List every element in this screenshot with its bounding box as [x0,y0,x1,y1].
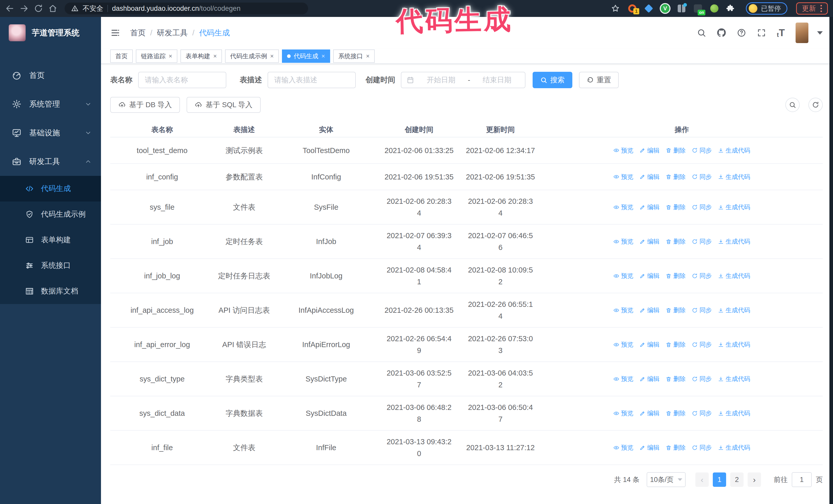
sync-action-link[interactable]: 同步 [692,238,712,245]
preview-action-link[interactable]: 预览 [613,410,633,416]
hamburger-icon[interactable] [110,28,120,38]
edit-action-link[interactable]: 编辑 [640,204,660,210]
extension-gem-icon[interactable] [644,4,653,13]
help-icon[interactable] [737,28,746,38]
start-date-input[interactable]: 开始日期 [418,75,464,85]
sidebar-item-devtools[interactable]: 研发工具 [0,147,101,176]
preview-action-link[interactable]: 预览 [613,341,633,347]
edit-action-link[interactable]: 编辑 [640,273,660,279]
end-date-input[interactable]: 结束日期 [474,75,520,85]
browser-reload-icon[interactable] [34,4,43,13]
refresh-button[interactable] [808,98,823,112]
edit-action-link[interactable]: 编辑 [640,307,660,313]
extension-switch-icon[interactable]: on [693,4,703,13]
tab-form-builder[interactable]: 表单构建× [181,49,222,63]
sync-action-link[interactable]: 同步 [692,147,712,153]
import-db-button[interactable]: 基于 DB 导入 [110,97,180,113]
extension-grid-icon[interactable] [677,4,686,13]
tab-close-icon[interactable]: × [169,53,172,59]
generate-action-link[interactable]: 生成代码 [718,445,750,451]
generate-action-link[interactable]: 生成代码 [718,174,750,180]
tab-close-icon[interactable]: × [213,53,217,59]
edit-action-link[interactable]: 编辑 [640,238,660,245]
generate-action-link[interactable]: 生成代码 [718,238,750,245]
browser-update-button[interactable]: 更新 [796,2,828,15]
sidebar-logo-row[interactable]: 芋道管理系统 [0,17,101,49]
sync-action-link[interactable]: 同步 [692,204,712,210]
preview-action-link[interactable]: 预览 [613,204,633,210]
generate-action-link[interactable]: 生成代码 [718,273,750,279]
page-button-1[interactable]: 1 [713,473,726,487]
tab-system-api[interactable]: 系统接口× [333,49,375,63]
github-icon[interactable] [717,28,726,38]
browser-back-icon[interactable] [5,4,14,13]
generate-action-link[interactable]: 生成代码 [718,147,750,153]
generate-action-link[interactable]: 生成代码 [718,204,750,210]
breadcrumb-item[interactable]: 首页 [130,28,146,38]
edit-action-link[interactable]: 编辑 [640,341,660,347]
sidebar-item-system[interactable]: 系统管理 [0,90,101,118]
extensions-puzzle-icon[interactable] [726,4,735,13]
delete-action-link[interactable]: 删除 [666,238,686,245]
import-sql-button[interactable]: 基于 SQL 导入 [187,97,261,113]
sidebar-item-home[interactable]: 首页 [0,61,101,90]
sidebar-subitem-codegen[interactable]: 代码生成 [0,176,101,201]
extension-frog-icon[interactable] [710,4,719,13]
search-button[interactable]: 搜索 [532,72,572,88]
preview-action-link[interactable]: 预览 [613,147,633,153]
generate-action-link[interactable]: 生成代码 [718,376,750,382]
edit-action-link[interactable]: 编辑 [640,445,660,451]
next-page-button[interactable]: › [748,473,761,487]
preview-action-link[interactable]: 预览 [613,238,633,245]
delete-action-link[interactable]: 删除 [666,445,686,451]
browser-menu-icon[interactable] [820,5,822,12]
preview-action-link[interactable]: 预览 [613,445,633,451]
sidebar-subitem-codegen-demo[interactable]: 代码生成示例 [0,201,101,227]
table-name-input[interactable]: 请输入表名称 [138,72,226,88]
delete-action-link[interactable]: 删除 [666,204,686,210]
sync-action-link[interactable]: 同步 [692,341,712,347]
tab-close-icon[interactable]: × [270,53,274,59]
goto-page-input[interactable]: 1 [792,472,812,487]
delete-action-link[interactable]: 删除 [666,147,686,153]
delete-action-link[interactable]: 删除 [666,273,686,279]
sync-action-link[interactable]: 同步 [692,376,712,382]
sync-action-link[interactable]: 同步 [692,174,712,180]
generate-action-link[interactable]: 生成代码 [718,410,750,416]
user-menu-caret-icon[interactable] [817,31,823,34]
reset-button[interactable]: 重置 [579,72,619,88]
search-icon[interactable] [697,28,706,38]
tab-home[interactable]: 首页 [110,49,133,63]
bookmark-star-icon[interactable] [611,4,620,13]
sync-action-link[interactable]: 同步 [692,445,712,451]
user-avatar[interactable] [795,23,808,43]
address-bar[interactable]: 不安全 dashboard.yudao.iocoder.cn/tool/code… [65,3,308,14]
breadcrumb-item[interactable]: 研发工具 [157,28,188,38]
preview-action-link[interactable]: 预览 [613,273,633,279]
tab-close-icon[interactable]: × [366,53,370,59]
fullscreen-icon[interactable] [757,28,766,38]
delete-action-link[interactable]: 删除 [666,376,686,382]
browser-forward-icon[interactable] [20,4,29,13]
table-desc-input[interactable]: 请输入表描述 [268,72,356,88]
preview-action-link[interactable]: 预览 [613,307,633,313]
page-size-select[interactable]: 10条/页 [647,472,686,487]
tab-codegen-demo[interactable]: 代码生成示例× [225,49,279,63]
fontsize-icon[interactable]: tT [777,27,785,39]
sidebar-subitem-system-api[interactable]: 系统接口 [0,253,101,279]
extension-v-icon[interactable]: V [660,4,670,13]
edit-action-link[interactable]: 编辑 [640,147,660,153]
tab-tracing[interactable]: 链路追踪× [136,49,177,63]
browser-home-icon[interactable] [48,4,57,13]
edit-action-link[interactable]: 编辑 [640,376,660,382]
extension-colorpicker-icon[interactable]: 1 [627,4,637,13]
generate-action-link[interactable]: 生成代码 [718,341,750,347]
edit-action-link[interactable]: 编辑 [640,174,660,180]
generate-action-link[interactable]: 生成代码 [718,307,750,313]
sidebar-item-infra[interactable]: 基础设施 [0,118,101,147]
sidebar-subitem-db-doc[interactable]: 数据库文档 [0,279,101,304]
tab-codegen[interactable]: 代码生成× [282,49,330,63]
edit-action-link[interactable]: 编辑 [640,410,660,416]
sidebar-subitem-form-builder[interactable]: 表单构建 [0,227,101,253]
delete-action-link[interactable]: 删除 [666,410,686,416]
